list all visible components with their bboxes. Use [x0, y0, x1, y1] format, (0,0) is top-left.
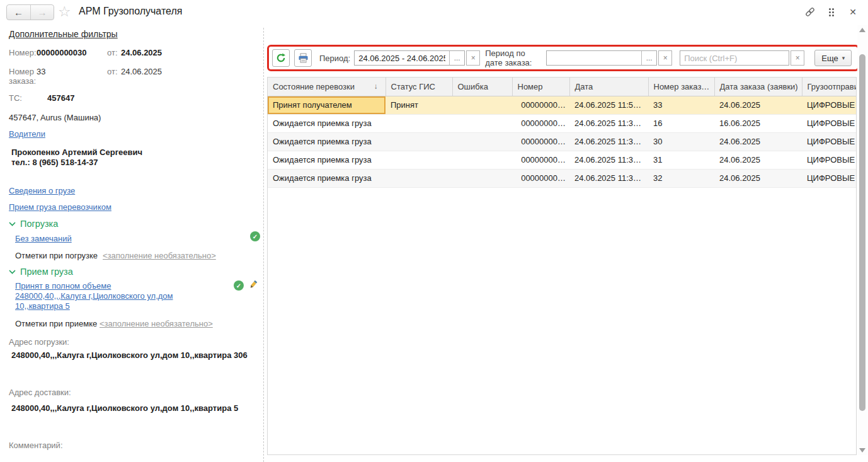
table-header-row: ↓Состояние перевозки Статус ГИС Ошибка Н…	[268, 78, 857, 96]
refresh-button[interactable]	[272, 49, 290, 67]
history-nav: ← →	[6, 4, 54, 20]
cell-date[interactable]: 24.06.2025 11:5…	[569, 96, 648, 114]
cell-state[interactable]: Ожидается приемка груза	[268, 169, 385, 187]
loading-marks-link[interactable]: <заполнение необязательно>	[103, 251, 216, 260]
table-row[interactable]: Ожидается приемка груза 00000000… 24.06.…	[268, 169, 857, 187]
check-circle-icon: ✓	[250, 231, 260, 241]
cell-order-date[interactable]: 24.06.2025	[714, 151, 802, 169]
table-row[interactable]: Ожидается приемка груза 00000000… 24.06.…	[268, 132, 857, 151]
loading-status-link[interactable]: Без замечаний	[15, 234, 72, 243]
cell-state[interactable]: Ожидается приемка груза	[268, 132, 385, 151]
cell-error[interactable]	[452, 169, 512, 187]
cell-state[interactable]: Ожидается приемка груза	[268, 151, 385, 169]
cell-shipper[interactable]: ЦИФРОВЫЕ	[802, 132, 857, 151]
cell-shipper[interactable]: ЦИФРОВЫЕ	[802, 114, 857, 132]
order-period-picker-button[interactable]: ...	[641, 51, 656, 65]
edit-pencil-icon[interactable]	[249, 279, 258, 291]
table-row[interactable]: Принят получателем Принят 00000000… 24.0…	[268, 96, 857, 114]
cell-state[interactable]: Ожидается приемка груза	[268, 114, 385, 132]
cell-date[interactable]: 24.06.2025 11:3…	[569, 132, 648, 151]
number-label: Номер:	[9, 48, 37, 57]
cell-number[interactable]: 00000000…	[512, 132, 569, 151]
cell-order-number[interactable]: 30	[648, 132, 714, 151]
more-menu-icon[interactable]	[825, 6, 838, 18]
cell-date[interactable]: 24.06.2025 11:3…	[569, 114, 648, 132]
print-button[interactable]	[294, 49, 312, 67]
cell-error[interactable]	[452, 151, 512, 169]
more-button[interactable]: Еще ▾	[814, 50, 852, 66]
period-input[interactable]	[355, 51, 449, 65]
cell-order-date[interactable]: 24.06.2025	[714, 169, 802, 187]
chain-link-icon	[804, 6, 816, 18]
column-header-order-number[interactable]: Номер заказ…	[648, 78, 714, 96]
acceptance-address-link[interactable]: 248000,40,,,Калуга г,Циолковского ул,дом…	[15, 291, 173, 311]
favorite-star-icon[interactable]: ☆	[58, 3, 71, 20]
cell-shipper[interactable]: ЦИФРОВЫЕ	[802, 96, 857, 114]
section-acceptance[interactable]: Прием груза	[9, 267, 73, 277]
check-glyph: ✓	[253, 233, 258, 240]
table-row[interactable]: Ожидается приемка груза 00000000… 24.06.…	[268, 151, 857, 169]
column-header-number[interactable]: Номер	[512, 78, 569, 96]
column-header-order-date[interactable]: Дата заказа (заявки)	[714, 78, 802, 96]
column-header-gis-status[interactable]: Статус ГИС	[385, 78, 452, 96]
order-period-input[interactable]	[547, 51, 641, 65]
cell-order-date[interactable]: 16.06.2025	[714, 114, 802, 132]
period-picker-button[interactable]: ...	[449, 51, 464, 65]
carrier-accept-link[interactable]: Прием груза перевозчиком	[9, 202, 111, 212]
cell-state[interactable]: Принят получателем	[268, 96, 385, 114]
forward-button[interactable]: →	[30, 5, 54, 20]
cell-gis-status[interactable]	[385, 132, 452, 151]
cell-gis-status[interactable]	[385, 151, 452, 169]
cell-gis-status[interactable]	[385, 114, 452, 132]
section-loading[interactable]: Погрузка	[9, 219, 58, 229]
cell-order-date[interactable]: 24.06.2025	[714, 96, 802, 114]
table-row[interactable]: Ожидается приемка груза 00000000… 24.06.…	[268, 114, 857, 132]
scrollbar-thumb[interactable]	[859, 54, 865, 411]
cargo-info-link[interactable]: Сведения о грузе	[9, 186, 75, 195]
acceptance-status-block: Принят в полном объеме 248000,40,,,Калуг…	[15, 281, 178, 311]
cell-number[interactable]: 00000000…	[512, 151, 569, 169]
cell-shipper[interactable]: ЦИФРОВЫЕ	[802, 151, 857, 169]
cell-number[interactable]: 00000000…	[512, 96, 569, 114]
cell-order-date[interactable]: 24.06.2025	[714, 132, 802, 151]
cell-date[interactable]: 24.06.2025 11:3…	[569, 169, 648, 187]
vertical-scrollbar[interactable]	[857, 25, 867, 455]
panel-splitter[interactable]	[263, 28, 264, 462]
period-clear-button[interactable]: ×	[466, 50, 480, 66]
back-button[interactable]: ←	[7, 5, 30, 20]
cell-error[interactable]	[452, 132, 512, 151]
column-header-error[interactable]: Ошибка	[452, 78, 512, 96]
cell-gis-status[interactable]: Принят	[385, 96, 452, 114]
cell-date[interactable]: 24.06.2025 11:3…	[569, 151, 648, 169]
order-period-clear-button[interactable]: ×	[658, 50, 672, 66]
column-header-shipper[interactable]: Грузоотправи	[802, 78, 857, 96]
order-number-value: 33	[37, 67, 45, 76]
cell-order-number[interactable]: 33	[648, 96, 714, 114]
cell-shipper[interactable]: ЦИФРОВЫЕ	[802, 169, 857, 187]
close-icon[interactable]: ✕	[847, 6, 859, 18]
search-input[interactable]	[680, 51, 789, 65]
acceptance-marks-link[interactable]: <заполнение необязательно>	[100, 319, 213, 328]
cell-order-number[interactable]: 32	[648, 169, 714, 187]
cell-number[interactable]: 00000000…	[512, 169, 569, 187]
scroll-down-arrow-icon[interactable]	[859, 448, 865, 453]
shipments-table-container: ↓Состояние перевозки Статус ГИС Ошибка Н…	[267, 77, 857, 455]
link-icon[interactable]	[804, 6, 816, 18]
more-button-label: Еще	[821, 54, 838, 63]
column-header-state[interactable]: ↓Состояние перевозки	[268, 78, 385, 96]
cell-error[interactable]	[452, 96, 512, 114]
delivery-address-label: Адрес доставки:	[9, 388, 71, 397]
cell-order-number[interactable]: 31	[648, 151, 714, 169]
cell-order-number[interactable]: 16	[648, 114, 714, 132]
cell-gis-status[interactable]	[385, 169, 452, 187]
number-date: 24.06.2025	[121, 48, 162, 57]
column-header-date[interactable]: Дата	[569, 78, 648, 96]
additional-filters-link[interactable]: Дополнительные фильтры	[9, 29, 118, 39]
cell-error[interactable]	[452, 114, 512, 132]
scroll-up-arrow-icon[interactable]	[859, 28, 865, 32]
search-clear-button[interactable]: ×	[791, 50, 804, 66]
acceptance-status-link[interactable]: Принят в полном объеме	[15, 281, 111, 291]
drivers-link[interactable]: Водители	[9, 129, 45, 139]
cell-number[interactable]: 00000000…	[512, 114, 569, 132]
driver-name: Прокопенко Артемий Сергеевич	[11, 147, 142, 157]
